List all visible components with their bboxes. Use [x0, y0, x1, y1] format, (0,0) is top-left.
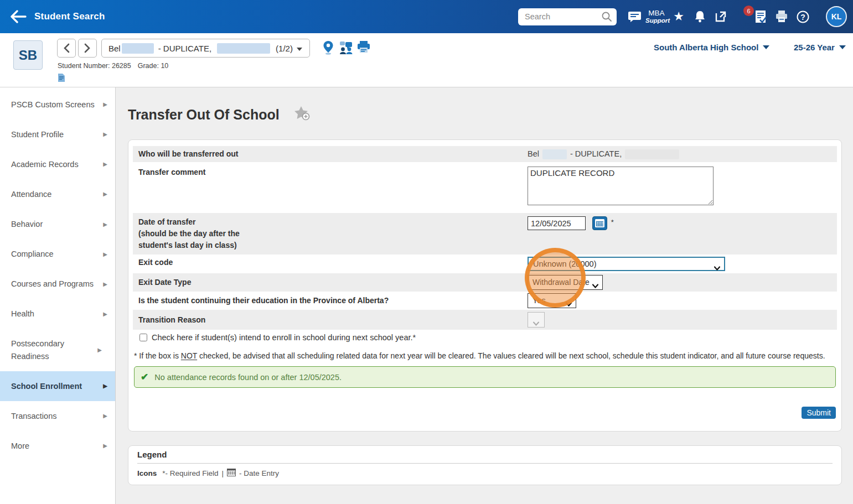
user-avatar[interactable]: KL: [826, 6, 847, 27]
location-pin-icon[interactable]: [323, 41, 333, 57]
print-icon[interactable]: [772, 6, 792, 28]
sidebar-navigation: PSCB Custom Screens▶ Student Profile▶ Ac…: [0, 87, 116, 504]
transition-reason-select-disabled: [528, 312, 545, 328]
redacted-name: [625, 149, 679, 159]
sidebar-item-courses-and-programs[interactable]: Courses and Programs▶: [0, 269, 115, 299]
chevron-right-icon: ▶: [103, 130, 107, 139]
chevron-right-icon: ▶: [103, 220, 107, 229]
school-logo[interactable]: SB: [13, 40, 43, 70]
next-student-button[interactable]: [78, 39, 97, 58]
chevron-down-icon: [533, 318, 539, 329]
page-title: Transfer Out Of School: [128, 107, 280, 123]
notifications-bell-icon[interactable]: [690, 6, 710, 28]
sidebar-item-transactions[interactable]: Transactions▶: [0, 401, 115, 431]
success-alert: ✔ No attendance records found on or afte…: [134, 366, 836, 388]
chevron-right-icon: ▶: [103, 382, 107, 391]
sidebar-item-health[interactable]: Health▶: [0, 299, 115, 329]
forms-tasks-icon[interactable]: 6: [751, 6, 771, 28]
chevron-down-icon: [714, 262, 720, 274]
print-student-icon[interactable]: [357, 41, 370, 56]
messages-icon[interactable]: [624, 6, 644, 28]
open-external-icon[interactable]: [711, 6, 731, 28]
comment-row: Transfer comment: [133, 162, 837, 213]
redacted-name: [217, 43, 270, 54]
sidebar-item-compliance[interactable]: Compliance▶: [0, 239, 115, 269]
who-value: Bel - DUPLICATE,: [528, 148, 831, 160]
previous-student-button[interactable]: [57, 39, 76, 58]
student-meta: Student Number: 26285Grade: 10: [58, 62, 175, 70]
enroll-next-year-row: Check here if student(s) intend to enrol…: [133, 330, 837, 345]
sidebar-item-behavior[interactable]: Behavior▶: [0, 209, 115, 239]
add-favorite-star-icon[interactable]: [294, 106, 311, 123]
who-row: Who will be transferred out Bel - DUPLIC…: [133, 146, 837, 162]
exit-code-row: Exit code Unknown (20000): [133, 254, 837, 273]
continuing-education-select[interactable]: Yes: [528, 293, 576, 308]
alberta-row: Is the student continuing their educatio…: [133, 292, 837, 310]
svg-text:?: ?: [800, 12, 805, 21]
date-row: Date of transfer (should be the day afte…: [133, 213, 837, 254]
chevron-right-icon: ▶: [103, 190, 107, 199]
calendar-button[interactable]: [592, 216, 607, 230]
chevron-down-icon: [592, 280, 598, 292]
footnote: * If the box is NOT checked, be advised …: [133, 351, 837, 360]
redacted-name: [542, 149, 567, 159]
legend-card: Legend Icons *- Required Field | - Date …: [128, 445, 842, 485]
legend-title: Legend: [137, 450, 833, 464]
sidebar-item-student-profile[interactable]: Student Profile▶: [0, 119, 115, 149]
sidebar-item-postsecondary-readiness[interactable]: Postsecondary Readiness▶: [0, 329, 115, 372]
required-asterisk: *: [611, 218, 614, 226]
page-context-title: Student Search: [34, 11, 105, 22]
transfer-comment-textarea[interactable]: [528, 167, 714, 205]
back-arrow-icon[interactable]: [10, 8, 29, 25]
chevron-right-icon: ▶: [103, 160, 107, 169]
sidebar-item-academic-records[interactable]: Academic Records▶: [0, 149, 115, 179]
notification-count-badge: 6: [743, 6, 754, 16]
student-grade: Grade: 10: [138, 62, 169, 70]
chevron-down-icon: [763, 45, 769, 49]
enroll-next-year-checkbox[interactable]: [139, 334, 147, 341]
legend-icons-line: Icons *- Required Field | - Date Entry: [137, 469, 833, 478]
check-icon: ✔: [141, 371, 148, 383]
calendar-legend-icon: [227, 469, 236, 478]
exit-date-type-row: Exit Date Type Withdrawal Date: [133, 273, 837, 292]
school-selector[interactable]: South Alberta High School: [654, 43, 769, 52]
chevron-right-icon: ▶: [103, 310, 107, 319]
submit-button[interactable]: Submit: [802, 407, 836, 419]
student-context-bar: SB Bel - DUPLICATE, (1/2) Student Number…: [0, 33, 853, 87]
mba-support-link[interactable]: MBA Support: [645, 9, 668, 24]
chevron-down-icon: [566, 298, 572, 310]
student-selector-dropdown[interactable]: Bel - DUPLICATE, (1/2): [101, 39, 310, 58]
top-navigation-bar: Student Search MBA Support ★ 6 ?: [0, 0, 853, 33]
year-selector[interactable]: 25-26 Year: [794, 43, 846, 52]
sidebar-item-school-enrollment[interactable]: School Enrollment▶: [0, 371, 115, 401]
chevron-right-icon: ▶: [103, 250, 107, 259]
chevron-down-icon: [296, 44, 303, 53]
redacted-name: [122, 43, 154, 54]
chevron-right-icon: ▶: [103, 100, 107, 109]
date-of-transfer-input[interactable]: [528, 216, 586, 230]
sidebar-item-attendance[interactable]: Attendance▶: [0, 179, 115, 209]
chevron-right-icon: ▶: [103, 412, 107, 420]
student-number: Student Number: 26285: [58, 62, 131, 70]
help-icon[interactable]: ?: [793, 6, 813, 28]
exit-date-type-select[interactable]: Withdrawal Date: [528, 275, 603, 290]
favorites-star-icon[interactable]: ★: [669, 6, 689, 28]
global-search[interactable]: [518, 8, 617, 25]
transition-reason-row: Transition Reason: [133, 310, 837, 330]
counselor-meeting-icon[interactable]: [339, 41, 353, 57]
search-icon: [601, 11, 612, 24]
chevron-down-icon: [839, 45, 846, 49]
transfer-form-card: Who will be transferred out Bel - DUPLIC…: [128, 139, 842, 432]
sidebar-item-more[interactable]: More▶: [0, 431, 115, 461]
sidebar-item-pscb-custom-screens[interactable]: PSCB Custom Screens▶: [0, 90, 115, 119]
chevron-right-icon: ▶: [103, 441, 107, 450]
main-content: Transfer Out Of School Who will be trans…: [116, 87, 853, 504]
exit-code-select[interactable]: Unknown (20000): [528, 257, 725, 271]
chevron-right-icon: ▶: [97, 346, 102, 355]
chevron-right-icon: ▶: [103, 280, 107, 289]
document-icon[interactable]: [58, 74, 65, 84]
